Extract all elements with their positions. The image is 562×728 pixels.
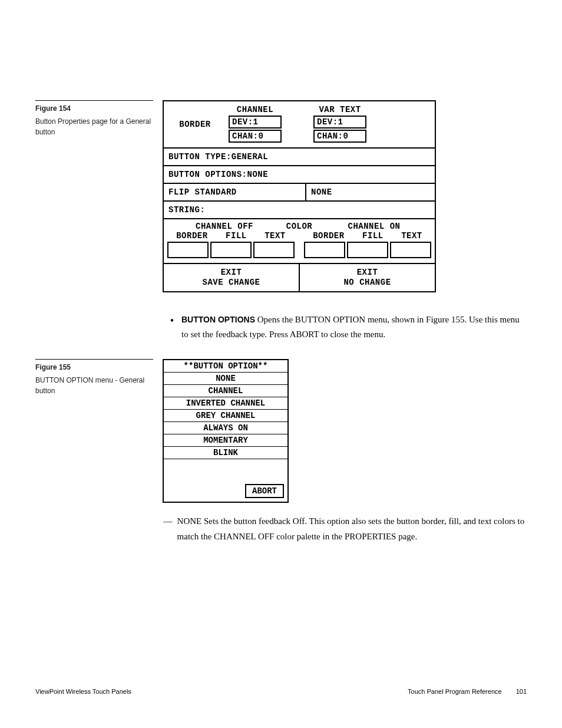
off-border-label: BORDER [176, 231, 207, 241]
flip-standard-cell[interactable]: FLIP STANDARD [164, 184, 306, 200]
on-border-swatch[interactable] [304, 242, 345, 258]
channel-dev-field[interactable]: DEV:1 [229, 116, 282, 129]
menu-item-inverted-channel[interactable]: INVERTED CHANNEL [164, 397, 287, 410]
button-type-row[interactable]: BUTTON TYPE:GENERAL [164, 149, 435, 165]
on-text-swatch[interactable] [390, 242, 431, 258]
off-text-label: TEXT [265, 231, 286, 241]
menu-item-channel[interactable]: CHANNEL [164, 385, 287, 397]
menu-item-always-on[interactable]: ALWAYS ON [164, 422, 287, 434]
off-fill-label: FILL [226, 231, 247, 241]
menu-item-grey-channel[interactable]: GREY CHANNEL [164, 410, 287, 422]
off-fill-swatch[interactable] [210, 242, 252, 258]
vartext-dev-field[interactable]: DEV:1 [313, 116, 366, 129]
string-row[interactable]: STRING: [164, 202, 435, 218]
channel-off-header: CHANNEL OFF [167, 222, 282, 231]
vartext-chan-field[interactable]: CHAN:0 [313, 130, 366, 143]
off-border-swatch[interactable] [167, 242, 209, 258]
color-header: COLOR [282, 222, 317, 231]
on-fill-label: FILL [362, 231, 384, 241]
channel-label: CHANNEL [237, 105, 273, 114]
button-options-row[interactable]: BUTTON OPTIONS:NONE [164, 166, 435, 183]
bullet-icon: • [163, 312, 181, 342]
none-description: NONE Sets the button feedback Off. This … [177, 513, 527, 545]
exit-save-button[interactable]: EXIT SAVE CHANGE [164, 264, 300, 291]
figure-154-title: Figure 154 [35, 104, 153, 113]
button-option-menu: **BUTTON OPTION** NONE CHANNEL INVERTED … [163, 359, 289, 503]
footer-left: ViewPoint Wireless Touch Panels [35, 688, 131, 695]
menu-header: **BUTTON OPTION** [164, 360, 287, 373]
dash-icon: — [163, 513, 177, 545]
abort-button[interactable]: ABORT [245, 484, 284, 498]
button-properties-panel: BORDER CHANNEL DEV:1 CHAN:0 VAR TEXT DEV… [163, 100, 436, 292]
on-text-label: TEXT [401, 231, 422, 241]
footer-page-number: 101 [516, 688, 527, 695]
border-button[interactable]: BORDER [168, 120, 222, 129]
on-border-label: BORDER [313, 231, 344, 241]
figure-155-caption: BUTTON OPTION menu - General button [35, 375, 153, 396]
channel-chan-field[interactable]: CHAN:0 [229, 130, 282, 143]
flip-none-cell[interactable]: NONE [306, 184, 435, 200]
menu-item-blink[interactable]: BLINK [164, 447, 287, 459]
footer-section: Touch Panel Program Reference [408, 688, 502, 695]
channel-on-header: CHANNEL ON [317, 222, 431, 231]
off-text-swatch[interactable] [253, 242, 295, 258]
on-fill-swatch[interactable] [347, 242, 388, 258]
figure-154-caption: Button Properties page for a General but… [35, 116, 153, 137]
var-text-label: VAR TEXT [319, 105, 361, 114]
exit-no-change-button[interactable]: EXIT NO CHANGE [300, 264, 435, 291]
button-options-paragraph: BUTTON OPTIONS Opens the BUTTON OPTION m… [181, 312, 527, 342]
menu-item-momentary[interactable]: MOMENTARY [164, 434, 287, 447]
menu-item-none[interactable]: NONE [164, 373, 287, 385]
figure-155-title: Figure 155 [35, 363, 153, 371]
